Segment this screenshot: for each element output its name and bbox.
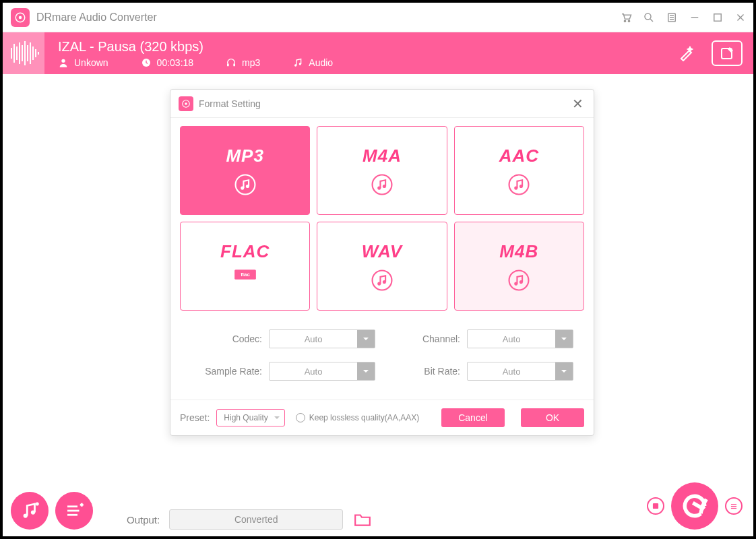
- search-icon[interactable]: [641, 10, 656, 25]
- format-label: FLAC: [220, 241, 270, 262]
- svg-point-49: [509, 270, 529, 290]
- clock-icon: [141, 57, 152, 68]
- effects-button[interactable]: [671, 40, 702, 66]
- note-icon: [292, 57, 303, 68]
- headphones-icon: [226, 57, 237, 68]
- svg-point-51: [519, 280, 523, 284]
- dialog-footer: Preset: High Quality Keep lossless quali…: [170, 400, 594, 435]
- svg-point-1: [19, 15, 22, 19]
- close-button[interactable]: [733, 10, 748, 25]
- svg-point-41: [509, 175, 529, 194]
- format-label: MP3: [226, 146, 263, 166]
- cancel-button[interactable]: Cancel: [441, 408, 505, 427]
- format-option-aac[interactable]: AAC: [454, 126, 584, 215]
- sample-rate-option: Sample Rate: Auto: [191, 362, 375, 381]
- svg-point-53: [31, 510, 35, 514]
- svg-point-42: [515, 186, 518, 189]
- svg-point-4: [645, 13, 651, 20]
- folder-icon: [354, 512, 371, 527]
- svg-point-26: [61, 59, 65, 62]
- ok-button[interactable]: OK: [521, 408, 584, 427]
- chevron-down-icon: [555, 330, 573, 348]
- svg-text:flac: flac: [241, 272, 250, 278]
- menu-icon[interactable]: [664, 10, 679, 25]
- format-setting-dialog: Format Setting ✕ MP3M4AAACFLACflacWAVM4B…: [170, 89, 594, 436]
- chevron-down-icon: [274, 414, 280, 421]
- svg-line-5: [650, 19, 653, 22]
- music-note-icon: [371, 173, 393, 196]
- music-note-icon: [507, 269, 530, 292]
- svg-point-3: [628, 20, 629, 22]
- app-window: DRmare Audio Converter IZAL - Pausa (320…: [3, 3, 753, 536]
- add-list-button[interactable]: [55, 492, 93, 530]
- output-label: Output:: [127, 514, 160, 526]
- svg-point-52: [24, 513, 28, 517]
- format-label: M4B: [499, 241, 538, 262]
- settings-button[interactable]: [725, 497, 743, 515]
- convert-button[interactable]: [671, 482, 718, 530]
- bit-rate-select[interactable]: Auto: [467, 362, 573, 381]
- chevron-down-icon: [357, 362, 375, 380]
- type-text: Audio: [309, 57, 333, 68]
- svg-point-38: [373, 175, 392, 194]
- format-option-flac[interactable]: FLACflac: [180, 222, 310, 311]
- output-field[interactable]: Converted: [169, 509, 343, 530]
- svg-point-43: [519, 185, 523, 188]
- format-meta: mp3: [226, 57, 260, 68]
- svg-point-47: [377, 282, 381, 285]
- checkbox-icon: [296, 413, 305, 422]
- dialog-close-button[interactable]: ✕: [569, 96, 586, 112]
- waveform-icon: [3, 32, 44, 74]
- cart-icon[interactable]: [619, 10, 633, 25]
- app-logo-icon: [11, 8, 30, 27]
- dialog-logo-icon: [179, 96, 193, 111]
- app-title: DRmare Audio Converter: [36, 11, 157, 24]
- options-grid: Codec: Auto Channel: Auto Sample Rate: A…: [170, 315, 594, 400]
- maximize-button[interactable]: [710, 10, 725, 25]
- svg-point-2: [624, 20, 625, 22]
- svg-rect-11: [714, 13, 722, 21]
- format-label: AAC: [499, 146, 539, 166]
- sample-rate-select[interactable]: Auto: [269, 362, 375, 381]
- format-option-m4a[interactable]: M4A: [317, 126, 447, 215]
- dialog-title: Format Setting: [199, 98, 261, 109]
- duration-meta: 00:03:18: [141, 57, 194, 68]
- svg-point-35: [235, 175, 255, 194]
- format-option-mp3[interactable]: MP3: [180, 126, 310, 215]
- music-note-icon: [234, 173, 257, 196]
- svg-point-31: [299, 63, 301, 65]
- music-note-icon: flac: [234, 269, 257, 292]
- channel-select[interactable]: Auto: [467, 329, 573, 348]
- edit-button[interactable]: [712, 40, 743, 66]
- chevron-down-icon: [555, 362, 573, 380]
- chevron-down-icon: [357, 330, 375, 348]
- format-label: M4A: [363, 146, 402, 166]
- lossless-checkbox[interactable]: Keep lossless quality(AA,AAX): [296, 413, 419, 422]
- svg-point-46: [373, 270, 392, 290]
- track-meta: Unkown 00:03:18 mp3 Audio: [58, 57, 333, 68]
- browse-folder-button[interactable]: [352, 511, 373, 528]
- duration-text: 00:03:18: [157, 57, 194, 68]
- codec-label: Codec:: [232, 334, 262, 344]
- svg-point-36: [241, 186, 244, 189]
- codec-select[interactable]: Auto: [269, 329, 375, 348]
- history-button[interactable]: [647, 497, 664, 515]
- titlebar: DRmare Audio Converter: [3, 3, 753, 32]
- svg-point-39: [377, 186, 381, 189]
- svg-point-40: [383, 185, 386, 188]
- svg-point-37: [246, 185, 249, 188]
- codec-option: Codec: Auto: [191, 329, 375, 348]
- svg-point-30: [294, 64, 296, 66]
- minimize-button[interactable]: [687, 10, 702, 25]
- artist-meta: Unkown: [58, 57, 108, 68]
- type-meta: Audio: [292, 57, 333, 68]
- svg-point-48: [383, 280, 386, 284]
- preset-select[interactable]: High Quality: [216, 409, 284, 426]
- add-music-button[interactable]: [11, 492, 49, 530]
- preset-label: Preset:: [180, 412, 210, 423]
- format-text: mp3: [242, 57, 260, 68]
- format-option-wav[interactable]: WAV: [317, 222, 447, 311]
- svg-point-34: [185, 102, 187, 105]
- music-note-icon: [371, 269, 393, 292]
- format-option-m4b[interactable]: M4B: [454, 222, 584, 311]
